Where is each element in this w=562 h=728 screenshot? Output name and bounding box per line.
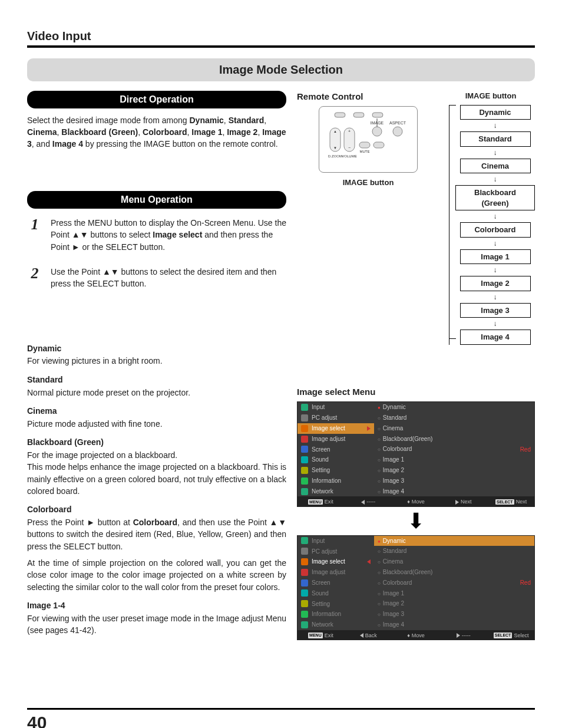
osd-right-label: Image 2 [378,466,404,475]
osd-row: PC adjustStandard [297,413,534,423]
menu-icon [301,414,308,421]
osd-row: InputDynamic [297,536,534,546]
menu-icon [301,537,308,544]
menu-icon [301,467,308,474]
flow-box: Image 4 [460,330,531,345]
menu-icon [301,621,308,628]
menu-icon [301,446,308,453]
osd-row: NetworkImage 4 [297,486,534,497]
osd-right-label: Blackboard(Green) [378,435,432,443]
osd-left-label: PC adjust [312,548,337,556]
right-column: Remote Control IMAGE ASPECT ▲ [297,91,535,643]
osd-extra-red: Red [520,579,531,587]
svg-text:ASPECT: ASPECT [389,121,406,125]
osd-right-label: Image 1 [378,589,404,598]
osd-left-label: Input [312,403,325,411]
osd-right-label: Standard [378,414,406,422]
osd-right-label: Image 3 [378,610,404,618]
direct-op-pre: Select the desired image mode from among [27,116,189,125]
menu-badge: MENU [308,499,323,505]
mode-title: Image 1-4 [27,600,286,611]
osd-left-label: Input [312,537,325,545]
menu-icon [301,600,308,607]
select-badge: SELECT [495,499,514,505]
menu-icon [301,456,308,463]
down-arrow-icon: ↓ [494,240,497,247]
osd-right-label: Image 4 [378,621,404,629]
flow-diagram: Dynamic↓Standard↓Cinema↓Blackboard (Gree… [455,105,535,345]
osd-row: NetworkImage 4 [297,620,534,630]
menu-icon [301,589,308,597]
cb-desc2: At the time of simple projection on the … [27,557,286,593]
osd-left-label: Image adjust [312,435,345,443]
svg-text:D.ZOOM: D.ZOOM [328,154,342,158]
osd-row: SoundImage 1 [297,454,534,465]
mode-desc: For viewing with the user preset image m… [27,612,286,637]
big-down-arrow-icon: ⬇ [297,510,535,532]
mode-title: Dynamic [27,343,286,354]
mode-cinema: Cinema Picture mode adjusted with fine t… [27,406,286,430]
osd-left-label: Network [312,487,333,496]
step-body: Press the MENU button to display the On-… [51,217,286,253]
osd-right-label: Blackboard(Green) [378,568,432,577]
osd-right-label: Image 4 [378,487,404,496]
mode-title: Cinema [27,406,286,417]
osd-left-label: Setting [312,600,330,608]
direct-operation-heading: Direct Operation [27,91,286,108]
menu-icon [301,477,308,485]
osd-row: InformationImage 3 [297,609,534,620]
mode-title: Standard [27,374,286,386]
mode-colorboard: Colorboard Press the Point ► button at C… [27,504,286,593]
menu-operation-heading: Menu Operation [27,191,286,209]
footer-d: ----- [462,632,471,639]
footer-next2: Next [516,498,527,505]
triangle-left-icon [367,559,371,564]
svg-point-4 [372,127,382,136]
modes-descriptions: Dynamic For viewing pictures in a bright… [27,343,286,637]
mode-standard: Standard Normal picture mode preset on t… [27,374,286,398]
flow-box: Image 3 [460,303,531,318]
osd-row: Image selectCinema [297,423,534,434]
menu-icon [301,425,308,432]
osd-right-label: Image 2 [378,599,404,608]
menu-icon [301,488,308,495]
osd-left-label: Screen [312,446,330,454]
down-arrow-icon: ↓ [494,320,497,327]
down-arrow-icon: ↓ [494,266,497,274]
step-2: 2 Use the Point ▲▼ buttons to select the… [27,266,286,290]
mode-image14: Image 1-4 For viewing with the user pres… [27,600,286,636]
down-arrow-icon: ↓ [494,122,497,129]
osd-row: Image selectCinema [297,556,534,567]
select-badge: SELECT [494,633,513,638]
svg-rect-1 [353,113,364,117]
osd-right-label: Standard [378,547,406,555]
page-title: Image Mode Selection [27,58,535,81]
footer-exit: Exit [325,498,333,505]
menu-icon [301,404,308,411]
image-button-label-top: IMAGE button [447,91,535,101]
step-number: 2 [27,266,42,290]
osd-left-label: Information [312,477,341,485]
flow-box: Image 1 [460,249,531,265]
down-arrow-icon: ↓ [494,294,497,301]
svg-text:VOLUME: VOLUME [342,154,356,158]
step1-bold: Image select [153,230,202,239]
cb-bold: Colorboard [133,518,177,527]
page-number: 40 [27,711,535,728]
osd-extra-red: Red [520,446,531,454]
footer-move: Move [412,498,425,505]
down-arrow-icon: ↓ [494,149,497,156]
osd-left-label: Sound [312,456,329,464]
osd-left-label: Information [312,610,341,618]
triangle-left-icon [361,500,365,505]
mode-title: Blackboard (Green) [27,437,286,448]
mode-title: Colorboard [27,504,286,515]
osd-right-label: Colorboard [378,579,412,587]
left-column: Direct Operation Select the desired imag… [27,91,286,643]
osd-row: Image adjustBlackboard(Green) [297,567,534,578]
osd-row: Image adjustBlackboard(Green) [297,434,534,444]
mode-dynamic: Dynamic For viewing pictures in a bright… [27,343,286,367]
menu-icon [301,611,308,618]
mode-desc: For viewing pictures in a bright room. [27,355,286,367]
osd-left-label: Image select [312,558,345,566]
